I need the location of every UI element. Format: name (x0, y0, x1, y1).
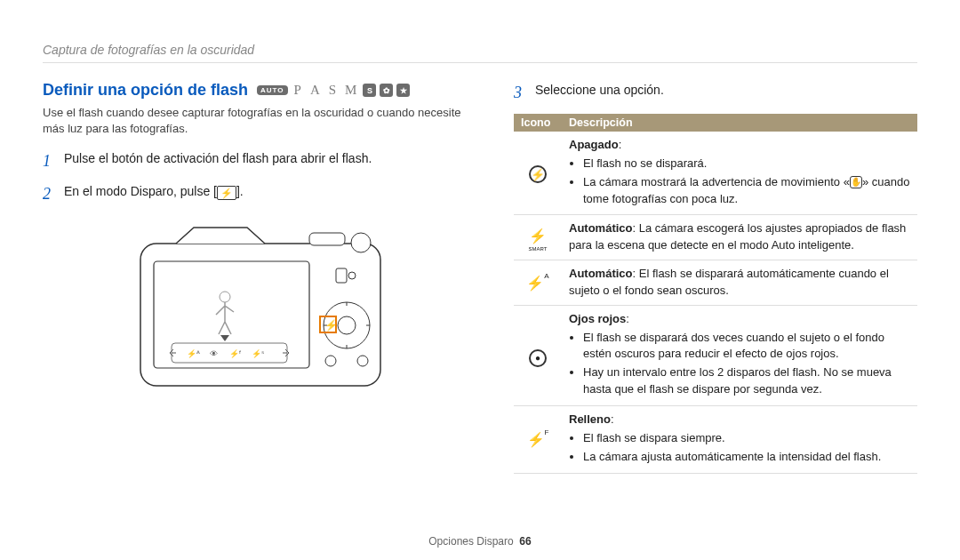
content-columns: Definir una opción de flash AUTO P A S M… (43, 81, 917, 474)
th-desc: Descripción (562, 114, 917, 132)
step-2-pre: En el modo Disparo, pulse [ (64, 184, 217, 198)
svg-text:👁: 👁 (210, 349, 218, 358)
flash-auto-smart-icon: ⚡SMART (514, 215, 562, 260)
step-2-text: En el modo Disparo, pulse [⚡]. (64, 182, 244, 206)
row-apagado-b2: La cámara mostrará la advertencia de mov… (583, 174, 910, 208)
step-3: 3 Seleccione una opción. (514, 81, 917, 105)
right-column: 3 Seleccione una opción. Icono Descripci… (514, 81, 917, 474)
mode-icon-1: S (363, 84, 376, 97)
left-column: Definir una opción de flash AUTO P A S M… (43, 81, 478, 474)
camera-illustration: ⚡ᴬ 👁 ⚡ᶠ ⚡ˢ ⚡ (43, 217, 478, 407)
step-3-text: Seleccione una opción. (535, 81, 664, 105)
step-3-number: 3 (514, 81, 528, 105)
row-apagado-title: Apagado (569, 138, 619, 151)
mode-icon-3: ★ (396, 84, 410, 97)
title-text: Definir una opción de flash (43, 81, 248, 100)
mode-m: M (342, 83, 359, 98)
section-title: Definir una opción de flash AUTO P A S M… (43, 81, 478, 100)
step-1: 1 Pulse el botón de activación del flash… (43, 149, 478, 173)
th-icon: Icono (514, 114, 562, 132)
svg-text:⚡ᴬ: ⚡ᴬ (187, 348, 200, 359)
page-footer: Opciones Disparo 66 (0, 535, 960, 548)
flash-fill-icon: ⚡F (514, 405, 562, 473)
flash-off-icon: ⚡ (514, 132, 562, 215)
row-fill-title: Relleno (569, 412, 611, 426)
svg-point-13 (338, 316, 356, 334)
mode-icon-2: ✿ (380, 84, 393, 97)
table-row: ⚡F Relleno: El flash se dispara siempre.… (514, 405, 917, 473)
flash-auto-a-sup: A (544, 272, 548, 280)
mode-badges: AUTO P A S M S ✿ ★ (257, 83, 410, 98)
row-fill: Relleno: El flash se dispara siempre. La… (562, 405, 917, 473)
svg-text:⚡ˢ: ⚡ˢ (252, 348, 264, 359)
mode-a: A (308, 83, 323, 98)
svg-text:⚡ᶠ: ⚡ᶠ (229, 348, 242, 359)
flash-redeye-icon: ● (514, 305, 562, 405)
breadcrumb: Captura de fotografías en la oscuridad (43, 43, 917, 63)
row-fill-b1: El flash se dispara siempre. (583, 430, 910, 447)
footer-label: Opciones Disparo (428, 535, 513, 548)
row-redeye-b2: Hay un intervalo entre los 2 disparos de… (583, 364, 910, 398)
step-2: 2 En el modo Disparo, pulse [⚡]. (43, 182, 478, 206)
camera-svg-icon: ⚡ᴬ 👁 ⚡ᶠ ⚡ˢ ⚡ (123, 217, 398, 404)
row-auto-a-bold: Automático (569, 267, 633, 280)
flash-auto-a-icon: ⚡A (514, 260, 562, 306)
row-fill-b2: La cámara ajusta automáticamente la inte… (583, 449, 910, 466)
row-redeye-b1: El flash se disparará dos veces cuando e… (583, 330, 910, 364)
footer-page-number: 66 (519, 535, 531, 548)
table-row: ⚡SMART Automático: La cámara escogerá lo… (514, 215, 917, 260)
row-auto-smart-bold: Automático (569, 221, 633, 235)
svg-text:⚡: ⚡ (324, 318, 338, 332)
svg-rect-2 (309, 233, 345, 245)
svg-point-3 (351, 233, 371, 252)
shake-warning-icon: ✋ (850, 176, 862, 188)
flash-button-icon: ⚡ (217, 186, 236, 200)
row-apagado-b1: El flash no se disparará. (583, 156, 910, 172)
table-row: ● Ojos rojos: El flash se disparará dos … (514, 305, 917, 405)
intro-text: Use el flash cuando desee capturar fotog… (43, 105, 478, 137)
mode-p: P (292, 83, 304, 98)
step-1-text: Pulse el botón de activación del flash p… (64, 149, 372, 173)
row-auto-smart: Automático: La cámara escogerá los ajust… (562, 215, 917, 260)
table-row: ⚡A Automático: El flash se disparará aut… (514, 260, 917, 306)
step-2-post: ]. (236, 184, 244, 198)
row-redeye: Ojos rojos: El flash se disparará dos ve… (562, 305, 917, 405)
mode-s: S (326, 83, 339, 98)
flash-options-table: Icono Descripción ⚡ Apagado: El flash no… (514, 114, 917, 474)
row-redeye-title: Ojos rojos (569, 312, 626, 325)
flash-fill-sup: F (545, 428, 549, 436)
row-auto-a: Automático: El flash se disparará automá… (562, 260, 917, 306)
table-row: ⚡ Apagado: El flash no se disparará. La … (514, 132, 917, 215)
mode-auto-badge: AUTO (257, 85, 288, 95)
step-2-number: 2 (43, 182, 57, 206)
row-apagado: Apagado: El flash no se disparará. La cá… (562, 132, 917, 215)
step-1-number: 1 (43, 149, 57, 173)
